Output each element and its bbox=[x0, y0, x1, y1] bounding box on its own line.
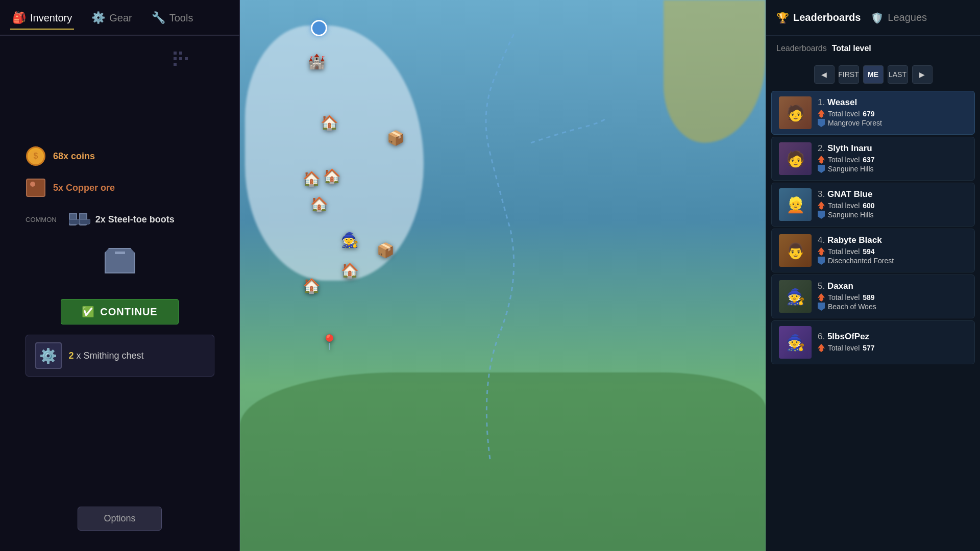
lb-stat-level-5: Total level 589 bbox=[818, 293, 967, 302]
flame-icon-3 bbox=[818, 202, 825, 210]
map-icon-building3[interactable]: 🏠 bbox=[323, 168, 341, 185]
lb-entry-5[interactable]: 🧙 5. Daxan Total level 589 Beach of Woes bbox=[771, 274, 975, 318]
lb-info-gnat: 3. GNAT Blue Total level 600 Sanguine Hi… bbox=[818, 189, 967, 220]
armor-sprite bbox=[100, 243, 140, 284]
map-icon-building1[interactable]: 🏠 bbox=[321, 114, 338, 131]
flame-icon-5 bbox=[818, 293, 825, 302]
player-name-6: 5lbsOfPez bbox=[827, 332, 869, 341]
chest-label-text: x Smithing chest bbox=[77, 350, 144, 361]
map-background: 🏰 🏠 📦 🏠 🏠 🏠 🧙 📦 🏠 🏠 📍 bbox=[240, 0, 766, 551]
map-icon-chest2[interactable]: 📦 bbox=[377, 242, 395, 259]
page-last-button[interactable]: LAST bbox=[888, 65, 908, 84]
avatar-weasel: 🧑 bbox=[779, 96, 812, 129]
chest-container[interactable]: ⚙️ 2 x Smithing chest bbox=[26, 335, 214, 377]
total-level-val-1: 679 bbox=[863, 110, 874, 118]
lb-info-daxan: 5. Daxan Total level 589 Beach of Woes bbox=[818, 281, 967, 312]
continue-checkmark-icon: ✅ bbox=[82, 306, 95, 318]
options-button[interactable]: Options bbox=[78, 507, 161, 531]
avatar-slyth: 🧑 bbox=[779, 142, 812, 175]
inventory-content: $ 68x coins 5x Copper ore COMMON bbox=[0, 36, 239, 551]
page-me-button[interactable]: ME bbox=[863, 65, 884, 84]
map-icon-building2[interactable]: 🏠 bbox=[303, 170, 321, 187]
map-icon-person1[interactable]: 🧙 bbox=[341, 232, 359, 248]
rank-num-6: 6. bbox=[818, 332, 827, 341]
tools-icon: 🔧 bbox=[152, 11, 165, 24]
lb-entry-1[interactable]: 🧑 1. Weasel Total level 679 Mangrove For… bbox=[771, 91, 975, 135]
page-next-button[interactable]: ▶ bbox=[912, 65, 933, 84]
continue-button[interactable]: ✅ CONTINUE bbox=[61, 299, 178, 324]
page-prev-button[interactable]: ◀ bbox=[814, 65, 835, 84]
location-3: Sanguine Hills bbox=[828, 211, 874, 219]
armor-display bbox=[100, 243, 140, 284]
lb-stat-level-1: Total level 679 bbox=[818, 110, 967, 118]
leaderboard-list: 🧑 1. Weasel Total level 679 Mangrove For… bbox=[766, 91, 980, 551]
flame-icon-6 bbox=[818, 344, 825, 352]
avatar-daxan: 🧙 bbox=[779, 280, 812, 313]
total-level-label-6: Total level bbox=[828, 344, 860, 352]
next-icon: ▶ bbox=[919, 70, 925, 79]
tab-tools[interactable]: 🔧 Tools bbox=[150, 7, 195, 30]
lb-rank-name-4: 4. Rabyte Black bbox=[818, 235, 967, 245]
item-rarity-label: COMMON bbox=[26, 216, 57, 223]
copper-ore-icon bbox=[26, 178, 46, 198]
rank-num-1: 1. bbox=[818, 97, 827, 107]
lb-stat-location-4: Disenchanted Forest bbox=[818, 257, 967, 265]
tab-inventory[interactable]: 🎒 Inventory bbox=[10, 7, 74, 30]
map-icon-chest1[interactable]: 📦 bbox=[387, 130, 405, 146]
prev-icon: ◀ bbox=[821, 70, 827, 79]
map-icon-marker1[interactable]: 📍 bbox=[321, 334, 338, 350]
boots-label: 2x Steel-toe boots bbox=[95, 214, 175, 225]
lb-entry-2[interactable]: 🧑 2. Slyth Inaru Total level 637 Sanguin… bbox=[771, 137, 975, 181]
lb-rank-name-2: 2. Slyth Inaru bbox=[818, 143, 967, 154]
first-label: FIRST bbox=[838, 70, 859, 79]
lb-stat-level-4: Total level 594 bbox=[818, 247, 967, 256]
lb-stat-level-6: Total level 577 bbox=[818, 344, 967, 352]
item-row-boots: COMMON 2x Steel-toe boots bbox=[10, 206, 229, 233]
player-name-1: Weasel bbox=[827, 97, 857, 107]
lb-entry-3[interactable]: 👱 3. GNAT Blue Total level 600 Sanguine … bbox=[771, 183, 975, 227]
chest-icon: ⚙️ bbox=[35, 342, 62, 369]
rank-num-3: 3. bbox=[818, 189, 827, 199]
tab-gear-label: Gear bbox=[109, 12, 132, 24]
map-icon-building4[interactable]: 🏠 bbox=[341, 262, 359, 279]
chest-count: 2 bbox=[69, 350, 74, 361]
last-label: LAST bbox=[889, 70, 906, 79]
map-panel: 🏰 🏠 📦 🏠 🏠 🏠 🧙 📦 🏠 🏠 📍 bbox=[240, 0, 766, 551]
tab-gear[interactable]: ⚙️ Gear bbox=[89, 7, 134, 30]
total-level-label-2: Total level bbox=[828, 156, 860, 164]
tab-tools-label: Tools bbox=[169, 12, 193, 24]
lb-entry-6[interactable]: 🧙 6. 5lbsOfPez Total level 577 bbox=[771, 320, 975, 364]
leaderboard-filter-header: Leaderboards Total level bbox=[766, 36, 980, 61]
player-name-5: Daxan bbox=[827, 281, 853, 291]
pagination-bar: ◀ FIRST ME LAST ▶ bbox=[766, 61, 980, 91]
pixel-decoration bbox=[173, 51, 188, 66]
map-icon-target1[interactable]: 🏠 bbox=[310, 196, 328, 213]
coins-icon: $ bbox=[26, 146, 46, 166]
lb-stat-location-1: Mangrove Forest bbox=[818, 119, 967, 127]
lb-info-slyth: 2. Slyth Inaru Total level 637 Sanguine … bbox=[818, 143, 967, 174]
shield-icon-2 bbox=[818, 165, 825, 173]
tab-leaderboards[interactable]: 🏆 Leaderboards bbox=[776, 12, 861, 24]
player-name-2: Slyth Inaru bbox=[827, 143, 872, 153]
tab-leagues[interactable]: 🛡️ Leagues bbox=[871, 12, 927, 24]
tab-inventory-label: Inventory bbox=[30, 12, 72, 24]
location-2: Sanguine Hills bbox=[828, 165, 874, 173]
ore-sprite bbox=[26, 179, 45, 197]
page-first-button[interactable]: FIRST bbox=[839, 65, 859, 84]
lb-entry-4[interactable]: 👨 4. Rabyte Black Total level 594 Disenc… bbox=[771, 229, 975, 272]
map-icon-castle1[interactable]: 🏰 bbox=[308, 53, 326, 70]
map-icon-building5[interactable]: 🏠 bbox=[303, 278, 321, 294]
avatar-rabyte: 👨 bbox=[779, 234, 812, 267]
left-panel: 🎒 Inventory ⚙️ Gear 🔧 Tools bbox=[0, 0, 240, 551]
forest-region bbox=[240, 372, 766, 551]
shield-icon-1 bbox=[818, 119, 825, 127]
shield-icon-4 bbox=[818, 257, 825, 265]
coin-sprite: $ bbox=[26, 146, 45, 166]
lb-info-weasel: 1. Weasel Total level 679 Mangrove Fores… bbox=[818, 97, 967, 128]
rank-num-5: 5. bbox=[818, 281, 827, 291]
item-row-copper-ore: 5x Copper ore bbox=[10, 174, 229, 201]
shield-icon-5 bbox=[818, 303, 825, 311]
total-level-label-3: Total level bbox=[828, 202, 860, 210]
yellow-region bbox=[664, 0, 766, 143]
lb-stat-location-3: Sanguine Hills bbox=[818, 211, 967, 219]
